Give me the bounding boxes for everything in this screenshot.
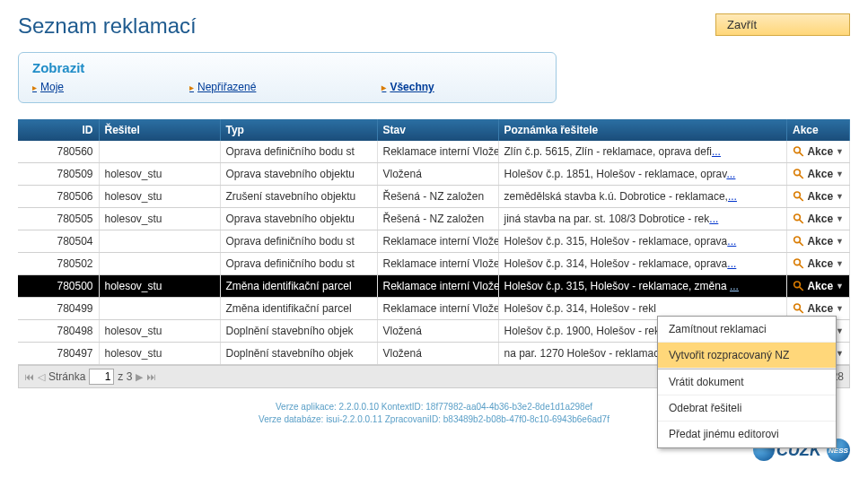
cell-poznamka: Zlín č.p. 5615, Zlín - reklamace, oprava…: [498, 141, 787, 163]
cell-akce[interactable]: Akce▼: [787, 186, 850, 208]
dropdown-item[interactable]: Předat jinému editorovi: [658, 422, 836, 448]
cell-resitel: holesov_stu: [99, 208, 220, 230]
cell-id: 780505: [18, 208, 99, 230]
chevron-down-icon: ▼: [836, 349, 844, 358]
table-row[interactable]: 780504Oprava definičního bodu stReklamac…: [18, 230, 850, 253]
more-link[interactable]: ...: [728, 190, 737, 203]
col-id[interactable]: ID: [18, 119, 99, 141]
table-row[interactable]: 780560Oprava definičního bodu stReklamac…: [18, 141, 850, 163]
filter-links: ▸Moje▸Nepřiřazené▸Všechny: [32, 81, 542, 93]
akce-label: Akce: [807, 302, 833, 315]
cell-akce[interactable]: Akce▼: [787, 253, 850, 275]
cell-akce[interactable]: Akce▼: [787, 141, 850, 163]
filter-panel: Zobrazit ▸Moje▸Nepřiřazené▸Všechny: [18, 52, 557, 103]
cell-stav: Řešená - NZ založen: [377, 208, 498, 230]
pager-prev-icon[interactable]: ◁: [38, 371, 45, 383]
more-link[interactable]: ...: [730, 280, 739, 292]
col-akce[interactable]: Akce: [787, 119, 850, 141]
cell-stav: Reklamace interní Vložená: [377, 275, 498, 298]
cell-stav: Reklamace interní Vložená: [377, 230, 498, 253]
pager-page-input[interactable]: [89, 369, 114, 385]
cell-resitel: [99, 141, 220, 163]
svg-point-4: [794, 192, 801, 198]
pager-label: Stránka: [48, 370, 85, 383]
svg-line-9: [800, 242, 803, 246]
magnifier-icon: [793, 213, 804, 225]
more-link[interactable]: ...: [727, 257, 736, 270]
cell-typ: Oprava definičního bodu st: [220, 253, 377, 275]
dropdown-item[interactable]: Zamítnout reklamaci: [658, 317, 836, 343]
table-row[interactable]: 780505holesov_stuOprava stavebního objek…: [18, 208, 850, 230]
magnifier-icon: [793, 302, 804, 315]
akce-label: Akce: [807, 190, 833, 203]
chevron-down-icon: ▼: [836, 304, 844, 313]
svg-line-15: [800, 309, 803, 313]
cell-typ: Oprava definičního bodu st: [220, 141, 377, 163]
col-resitel[interactable]: Řešitel: [99, 119, 220, 141]
cell-typ: Oprava definičního bodu st: [220, 230, 377, 253]
chevron-down-icon: ▼: [836, 214, 844, 223]
col-typ[interactable]: Typ: [220, 119, 377, 141]
akce-label: Akce: [807, 145, 833, 158]
cell-resitel: holesov_stu: [99, 275, 220, 298]
arrow-icon: ▸: [189, 83, 194, 92]
table-row[interactable]: 780500holesov_stuZměna identifikační par…: [18, 275, 850, 298]
svg-point-12: [794, 282, 801, 288]
svg-line-7: [800, 220, 803, 223]
pager-last-icon[interactable]: ⏭: [146, 371, 156, 382]
more-link[interactable]: ...: [727, 235, 736, 248]
dropdown-item[interactable]: Vytvořit rozpracovaný NZ: [658, 343, 836, 369]
table-row[interactable]: 780502Oprava definičního bodu stReklamac…: [18, 253, 850, 275]
cell-poznamka: Holešov č.p. 314, Holešov - reklamace, o…: [498, 253, 787, 275]
cell-akce[interactable]: Akce▼: [787, 230, 850, 253]
chevron-down-icon: ▼: [836, 192, 844, 201]
akce-label: Akce: [807, 213, 833, 225]
cell-typ: Zrušení stavebního objektu: [220, 186, 377, 208]
table-row[interactable]: 780506holesov_stuZrušení stavebního obje…: [18, 186, 850, 208]
cell-typ: Změna identifikační parcel: [220, 275, 377, 298]
cell-akce[interactable]: Akce▼: [787, 163, 850, 186]
cell-poznamka: Holešov č.p. 315, Holešov - reklamace, o…: [498, 230, 787, 253]
magnifier-icon: [793, 280, 804, 292]
svg-point-2: [794, 169, 801, 176]
more-link[interactable]: ...: [712, 145, 721, 158]
cell-poznamka: Holešov č.p. 1851, Holešov - reklamace, …: [498, 163, 787, 186]
more-link[interactable]: ...: [709, 213, 718, 225]
magnifier-icon: [793, 168, 804, 180]
cell-poznamka: jiná stavba na par. st. 108/3 Dobrotice …: [498, 208, 787, 230]
col-poznamka[interactable]: Poznámka řešitele: [498, 119, 787, 141]
cell-akce[interactable]: Akce▼: [787, 208, 850, 230]
filter-link-nepřiřazené[interactable]: ▸Nepřiřazené: [189, 81, 256, 93]
svg-point-8: [794, 237, 801, 243]
arrow-icon: ▸: [32, 83, 37, 92]
cell-resitel: holesov_stu: [99, 186, 220, 208]
cell-resitel: [99, 253, 220, 275]
cell-typ: Oprava stavebního objektu: [220, 208, 377, 230]
dropdown-item[interactable]: Odebrat řešiteli: [658, 395, 836, 422]
akce-label: Akce: [807, 257, 833, 270]
col-stav[interactable]: Stav: [377, 119, 498, 141]
chevron-down-icon: ▼: [836, 147, 844, 156]
filter-link-moje[interactable]: ▸Moje: [32, 81, 64, 93]
cell-resitel: holesov_stu: [99, 343, 220, 365]
table-row[interactable]: 780509holesov_stuOprava stavebního objek…: [18, 163, 850, 186]
more-link[interactable]: ...: [726, 168, 735, 180]
svg-point-14: [794, 304, 801, 310]
cell-typ: Doplnění stavebního objek: [220, 343, 377, 365]
cell-akce[interactable]: Akce▼: [787, 275, 850, 298]
cell-id: 780509: [18, 163, 99, 186]
cell-typ: Doplnění stavebního objek: [220, 320, 377, 343]
pager-first-icon[interactable]: ⏮: [24, 371, 34, 382]
cell-id: 780497: [18, 343, 99, 365]
action-dropdown: Zamítnout reklamaciVytvořit rozpracovaný…: [657, 316, 837, 448]
filter-title: Zobrazit: [32, 60, 542, 75]
magnifier-icon: [793, 145, 804, 158]
close-button[interactable]: Zavřít: [715, 13, 850, 36]
filter-link-všechny[interactable]: ▸Všechny: [381, 81, 434, 93]
cell-resitel: [99, 298, 220, 320]
cell-resitel: holesov_stu: [99, 163, 220, 186]
pager-next-icon[interactable]: ▶: [136, 371, 143, 383]
cell-stav: Řešená - NZ založen: [377, 186, 498, 208]
dropdown-item[interactable]: Vrátit dokument: [658, 369, 836, 395]
cell-id: 780499: [18, 298, 99, 320]
